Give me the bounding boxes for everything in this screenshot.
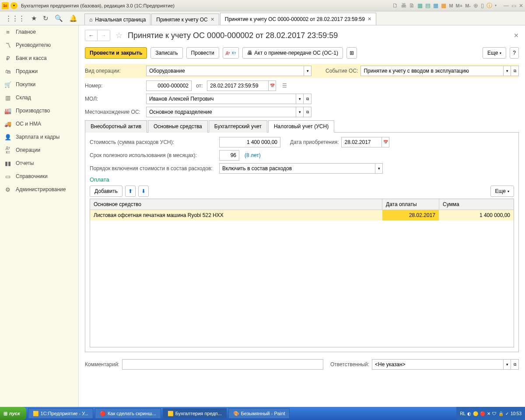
- add-button[interactable]: Добавить: [90, 186, 122, 197]
- more-button[interactable]: Еще ▾: [483, 47, 506, 59]
- nav-forward-button[interactable]: →: [98, 30, 110, 41]
- chart-icon[interactable]: ▤: [425, 2, 430, 9]
- task-button[interactable]: 🟨1С:Предприятие - У...: [28, 408, 93, 419]
- calendar-icon[interactable]: 📅: [268, 80, 276, 91]
- grid-icon[interactable]: ▦: [433, 2, 438, 9]
- sidebar-item-manager[interactable]: 〽Руководителю: [0, 38, 78, 52]
- layout-icon[interactable]: ▯: [481, 2, 484, 9]
- sidebar-item-operations[interactable]: ДтКтОперации: [0, 144, 78, 157]
- open-icon[interactable]: ⧉: [304, 94, 312, 104]
- sidebar-item-reports[interactable]: ▮▮Отчеты: [0, 157, 78, 170]
- m-minus-button[interactable]: M-: [465, 3, 471, 8]
- col-header-sum[interactable]: Сумма: [439, 199, 514, 210]
- number-field[interactable]: [146, 80, 192, 91]
- post-button[interactable]: Провести: [186, 47, 219, 59]
- tray-icon[interactable]: 🛡: [492, 411, 497, 416]
- dropdown-icon[interactable]: ▾: [296, 94, 304, 104]
- tray-icon[interactable]: ✕: [487, 411, 490, 416]
- event-os-field[interactable]: [360, 66, 503, 76]
- tab-close-icon[interactable]: ✕: [368, 16, 371, 22]
- star-icon[interactable]: ★: [31, 14, 37, 22]
- history-icon[interactable]: ↻: [43, 14, 49, 22]
- cost-field[interactable]: [219, 137, 280, 147]
- help-button[interactable]: ?: [510, 47, 519, 59]
- tab-home[interactable]: ⌂ Начальная страница: [84, 14, 150, 25]
- dropdown-icon[interactable]: ▾: [375, 163, 383, 174]
- calendar-icon[interactable]: ▦: [441, 2, 446, 9]
- col-header-date[interactable]: Дата оплаты: [382, 199, 439, 210]
- doc-icon[interactable]: 🗎: [409, 2, 415, 9]
- help-icon[interactable]: ⓘ: [486, 2, 492, 10]
- sidebar-item-main[interactable]: ≡Главное: [0, 25, 78, 38]
- sidebar-item-salary[interactable]: 👤Зарплата и кадры: [0, 130, 78, 144]
- col-header-os[interactable]: Основное средство: [90, 199, 382, 210]
- mol-field[interactable]: [146, 94, 296, 104]
- start-button[interactable]: ⊞ пуск: [0, 407, 26, 420]
- dropdown-icon[interactable]: ▾: [296, 107, 304, 117]
- titlebar-dropdown-icon[interactable]: ▾: [10, 2, 18, 9]
- act-button[interactable]: 🖶Акт о приеме-передаче ОС (ОС-1): [242, 47, 343, 59]
- post-and-close-button[interactable]: Провести и закрыть: [85, 47, 147, 59]
- date-field[interactable]: [207, 80, 268, 91]
- file-icon[interactable]: 🗋: [392, 2, 398, 9]
- task-button[interactable]: 🔴Как сделать скринш...: [95, 408, 161, 419]
- tab-accounting[interactable]: Бухгалтерский учет: [209, 120, 267, 133]
- open-icon[interactable]: ⧉: [511, 359, 519, 370]
- minimize-button[interactable]: —: [504, 3, 509, 9]
- print-icon[interactable]: 🖶: [401, 2, 406, 9]
- m-button[interactable]: M: [449, 3, 453, 8]
- dropdown-icon[interactable]: ▾: [304, 66, 312, 76]
- responsible-field[interactable]: [372, 359, 503, 370]
- dropdown-icon[interactable]: ▾: [503, 66, 511, 76]
- m-plus-button[interactable]: M+: [456, 3, 463, 8]
- tab-tax-usn[interactable]: Налоговый учет (УСН): [268, 120, 334, 133]
- move-up-button[interactable]: ⬆: [125, 186, 136, 197]
- useful-life-field[interactable]: [219, 150, 239, 161]
- expense-order-field[interactable]: [219, 163, 375, 174]
- help-dropdown-icon[interactable]: ▾: [495, 4, 497, 7]
- sidebar-item-bank[interactable]: ₽Банк и касса: [0, 52, 78, 65]
- dtkt-button[interactable]: ДтКт: [223, 47, 239, 59]
- tab-close-icon[interactable]: ✕: [210, 17, 214, 22]
- location-field[interactable]: [146, 107, 296, 117]
- operation-type-field[interactable]: [146, 66, 304, 76]
- dropdown-icon[interactable]: ▾: [503, 359, 511, 370]
- sidebar-item-os-nma[interactable]: 🚚ОС и НМА: [0, 117, 78, 130]
- grid-more-button[interactable]: Еще ▾: [490, 186, 514, 197]
- useful-life-hint[interactable]: (8 лет): [245, 152, 261, 158]
- move-down-button[interactable]: ⬇: [138, 186, 149, 197]
- zoom-icon[interactable]: ⊕: [473, 2, 478, 9]
- tray-icon[interactable]: 🟡: [473, 411, 478, 416]
- tray-icon[interactable]: 🔒: [498, 411, 504, 416]
- grid-row[interactable]: Листовая офсетная печатная машина Ryobi …: [90, 210, 514, 220]
- maximize-button[interactable]: ▭: [511, 3, 516, 9]
- calendar-icon[interactable]: 📅: [382, 137, 389, 147]
- bell-icon[interactable]: 🔔: [69, 14, 77, 22]
- tray-icon[interactable]: ✓: [505, 411, 509, 416]
- close-window-button[interactable]: ✕: [519, 3, 523, 9]
- sidebar-item-warehouse[interactable]: ▥Склад: [0, 91, 78, 104]
- comment-field[interactable]: [122, 359, 323, 370]
- sidebar-item-production[interactable]: 🏭Производство: [0, 104, 78, 117]
- tab-fixed-assets[interactable]: Основные средства: [148, 120, 208, 133]
- tab-doc-2[interactable]: Принятие к учету ОС 0000-000002 от 28.02…: [220, 13, 376, 25]
- sidebar-item-sales[interactable]: 🛍Продажи: [0, 65, 78, 78]
- lang-indicator[interactable]: RL: [460, 411, 466, 416]
- clock[interactable]: 10:53: [511, 411, 522, 416]
- favorite-star-icon[interactable]: ☆: [116, 31, 122, 40]
- table-icon[interactable]: ▦: [417, 2, 423, 9]
- write-button[interactable]: Записать: [150, 47, 182, 59]
- apps-icon[interactable]: ⋮⋮⋮: [5, 14, 25, 22]
- task-button[interactable]: 🎨Безымянный - Paint: [228, 408, 290, 419]
- tray-icon[interactable]: ◐: [467, 411, 471, 416]
- task-button[interactable]: 🟨Бухгалтерия предп...: [163, 408, 227, 419]
- structure-button[interactable]: ⊞: [346, 47, 357, 59]
- search-icon[interactable]: 🔍: [55, 14, 63, 22]
- tab-doc-1[interactable]: Принятие к учету ОС ✕: [151, 14, 219, 25]
- open-icon[interactable]: ⧉: [511, 66, 519, 76]
- tab-noncurrent-asset[interactable]: Внеоборотный актив: [85, 120, 147, 133]
- sidebar-item-catalogs[interactable]: ▭Справочники: [0, 170, 78, 183]
- tray-icon[interactable]: 🔴: [480, 411, 485, 416]
- sidebar-item-purchases[interactable]: 🛒Покупки: [0, 78, 78, 91]
- nav-back-button[interactable]: ←: [85, 30, 98, 41]
